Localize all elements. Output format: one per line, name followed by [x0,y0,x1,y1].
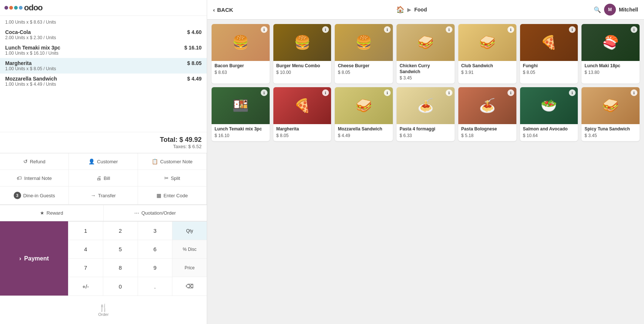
order-item-mozzarella-top: Mozzarella Sandwich $ 4.49 [5,76,202,82]
order-item-cocacola[interactable]: Coca-Cola $ 4.60 2.00 Units x $ 2.30 / U… [0,27,207,42]
breadcrumb: 🏠 ▶ Food [396,6,427,14]
bottom-actions: ★ Reward ⋯ Quotation/Order [0,205,207,221]
order-item-margherita-name: Margherita [5,60,32,66]
product-name-club-sandwich: Club Sandwich [461,63,513,69]
product-card-spicy-tuna-sandwich[interactable]: 🥪 ℹ Spicy Tuna Sandwich $ 3.45 [581,87,640,141]
reward-label: Reward [47,210,63,216]
back-chevron-icon: ‹ [213,7,215,13]
fork-knife-icon: 🍴 [99,303,108,312]
product-card-pasta-bolognese[interactable]: 🍝 ℹ Pasta Bolognese $ 5.18 [458,87,516,141]
product-info-btn-lunch-maki-18pc[interactable]: ℹ [631,26,637,33]
order-taxes: Taxes: $ 6.52 [5,144,202,149]
product-price-chicken-curry-sandwich: $ 3.45 [399,75,452,81]
order-item-margherita-price: $ 8.05 [187,60,202,66]
product-details-funghi: Funghi $ 8.05 [520,61,578,78]
product-details-lunch-temaki-mix-3pc: Lunch Temaki mix 3pc $ 16.10 [212,124,270,141]
num-2[interactable]: 2 [103,221,138,240]
logo-circle-1 [4,6,8,10]
logo-circle-3 [14,6,18,10]
num-4[interactable]: 4 [68,240,103,258]
price-btn[interactable]: Price [172,258,207,277]
payment-numpad-area: › Payment 1 2 3 Qty 4 5 6 % Disc 7 8 9 P… [0,221,207,296]
plusminus-btn[interactable]: +/- [68,277,103,296]
product-card-pasta-4-formaggi[interactable]: 🍝 ℹ Pasta 4 formaggi $ 6.33 [397,87,455,141]
transfer-icon: → [91,192,96,198]
product-card-mozzarella-sandwich[interactable]: 🥪 ℹ Mozzarella Sandwich $ 4.49 [335,87,393,141]
app-header: odoo [0,0,207,16]
product-card-club-sandwich[interactable]: 🥪 ℹ Club Sandwich $ 3.91 [458,24,516,83]
product-price-bacon-burger: $ 8.63 [215,70,267,75]
num-3[interactable]: 3 [138,221,172,240]
enter-code-label: Enter Code [163,193,188,198]
left-panel: odoo 1.00 Units x $ 8.63 / Units Coca-Co… [0,0,207,324]
quotation-button[interactable]: ⋯ Quotation/Order [104,205,207,221]
product-card-chicken-curry-sandwich[interactable]: 🥪 ℹ Chicken Curry Sandwich $ 3.45 [397,24,455,83]
customer-note-button[interactable]: 📋 Customer Note [138,153,207,170]
product-card-bacon-burger[interactable]: 🍔 ℹ Bacon Burger $ 8.63 [212,24,270,83]
order-nav-label: Order [98,312,108,317]
disc-btn[interactable]: % Disc [172,240,207,258]
order-item-cocacola-price: $ 4.60 [187,29,202,35]
product-price-spicy-tuna-sandwich: $ 3.45 [584,133,637,138]
product-info-btn-lunch-temaki-mix-3pc[interactable]: ℹ [261,89,267,96]
order-item-mozzarella-price: $ 4.49 [187,76,202,82]
order-item-mozzarella[interactable]: Mozzarella Sandwich $ 4.49 1.00 Units x … [0,74,207,89]
num-5[interactable]: 5 [103,240,138,258]
split-icon: ✂ [164,175,169,181]
num-1[interactable]: 1 [68,221,103,240]
product-card-margherita[interactable]: 🍕 ℹ Margherita $ 8.05 [273,87,331,141]
product-info-btn-pasta-4-formaggi[interactable]: ℹ [446,89,452,96]
qty-btn[interactable]: Qty [172,221,207,240]
product-price-salmon-avocado: $ 10.64 [523,133,575,138]
product-card-lunch-maki-18pc[interactable]: 🍣 ℹ Lunch Maki 18pc $ 13.80 [581,24,640,83]
transfer-button[interactable]: → Transfer [69,187,138,205]
num-6[interactable]: 6 [138,240,172,258]
order-item-margherita[interactable]: Margherita $ 8.05 1.00 Units x $ 8.05 / … [0,58,207,74]
product-card-lunch-temaki-mix-3pc[interactable]: 🍱 ℹ Lunch Temaki mix 3pc $ 16.10 [212,87,270,141]
internal-note-label: Internal Note [24,175,51,181]
product-details-salmon-avocado: Salmon and Avocado $ 10.64 [520,124,578,141]
product-card-salmon-avocado[interactable]: 🥗 ℹ Salmon and Avocado $ 10.64 [520,87,578,141]
product-details-lunch-maki-18pc: Lunch Maki 18pc $ 13.80 [581,61,640,78]
decimal-btn[interactable]: . [138,277,172,296]
logo-circle-2 [9,6,13,10]
refund-icon: ↺ [23,158,28,164]
product-info-btn-pasta-bolognese[interactable]: ℹ [508,89,514,96]
product-info-btn-club-sandwich[interactable]: ℹ [508,26,514,33]
order-total: Total: $ 49.92 [5,136,202,144]
num-8[interactable]: 8 [103,258,138,277]
dine-in-button[interactable]: 3 Dine-in Guests [0,187,69,205]
back-button[interactable]: ‹ BACK [213,7,233,13]
customer-button[interactable]: 👤 Customer [69,153,138,170]
order-item-mozzarella-detail: 1.00 Units x $ 4.49 / Units [5,82,202,87]
quotation-icon: ⋯ [134,210,139,216]
product-info-btn-bacon-burger[interactable]: ℹ [261,26,267,33]
breadcrumb-food: Food [414,7,427,13]
order-item-temaki[interactable]: Lunch Temaki mix 3pc $ 16.10 1.00 Units … [0,42,207,58]
order-nav-area[interactable]: 🍴 Order [0,296,207,324]
bill-button[interactable]: 🖨 Bill [69,170,138,187]
internal-note-button[interactable]: 🏷 Internal Note [0,170,69,187]
split-button[interactable]: ✂ Split [138,170,207,187]
product-info-btn-chicken-curry-sandwich[interactable]: ℹ [446,26,452,33]
num-7[interactable]: 7 [68,258,103,277]
product-price-pasta-4-formaggi: $ 6.33 [399,133,452,138]
num-9[interactable]: 9 [138,258,172,277]
action-grid: ↺ Refund 👤 Customer 📋 Customer Note 🏷 In… [0,153,207,205]
enter-code-button[interactable]: ▦ Enter Code [138,187,207,205]
num-0[interactable]: 0 [103,277,138,296]
home-icon[interactable]: 🏠 [396,6,404,14]
breadcrumb-separator: ▶ [407,7,411,13]
backspace-btn[interactable]: ⌫ [172,277,207,296]
taxes-label: Taxes: [173,144,187,149]
reward-button[interactable]: ★ Reward [0,205,104,221]
order-item-temaki-name: Lunch Temaki mix 3pc [5,45,60,51]
product-card-burger-menu-combo[interactable]: 🍔 ℹ Burger Menu Combo $ 10.00 [273,24,331,83]
product-card-cheese-burger[interactable]: 🍔 ℹ Cheese Burger $ 8.05 [335,24,393,83]
refund-button[interactable]: ↺ Refund [0,153,69,170]
product-card-funghi[interactable]: 🍕 ℹ Funghi $ 8.05 [520,24,578,83]
payment-label: Payment [24,255,49,262]
search-icon[interactable]: 🔍 [594,6,601,13]
payment-button[interactable]: › Payment [0,221,68,296]
order-item-scroll-hint[interactable]: 1.00 Units x $ 8.63 / Units [0,17,207,27]
